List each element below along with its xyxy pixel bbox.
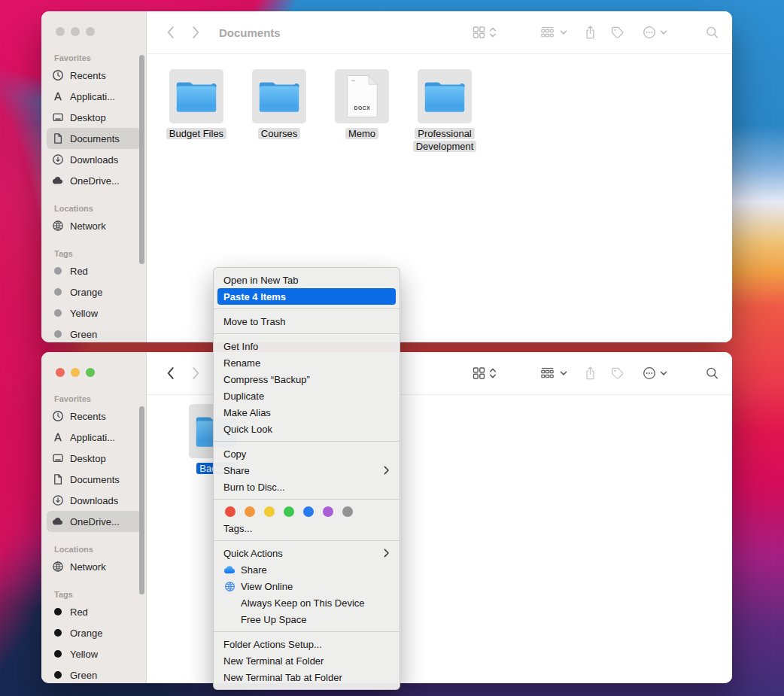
menu-item-make-alias[interactable]: Make Alias [214, 404, 400, 421]
menu-item-label: Folder Actions Setup... [223, 639, 390, 650]
file-memo[interactable]: DOCXMemo [329, 69, 395, 140]
minimize-button[interactable] [71, 368, 80, 377]
menu-item-copy[interactable]: Copy [214, 445, 400, 462]
menu-item-new-terminal-at-folder[interactable]: New Terminal at Folder [214, 652, 400, 669]
menu-item-open-in-new-tab[interactable]: Open in New Tab [214, 272, 400, 288]
menu-item-new-terminal-tab-at-folder[interactable]: New Terminal Tab at Folder [214, 669, 400, 685]
menu-item-quick-look[interactable]: Quick Look [214, 421, 400, 437]
back-button[interactable] [166, 367, 175, 380]
sort-chevrons-icon[interactable] [488, 26, 497, 39]
sidebar-item-green[interactable]: Green [47, 664, 141, 685]
cloud-icon [52, 515, 64, 527]
search-icon[interactable] [706, 367, 719, 380]
close-button[interactable] [56, 368, 65, 377]
file-label: Professional Development [412, 127, 478, 153]
sidebar-item-onedrive[interactable]: OneDrive... [47, 511, 141, 532]
menu-item-share[interactable]: Share [214, 462, 400, 479]
minimize-button[interactable] [71, 27, 80, 36]
group-by-icon[interactable] [540, 367, 555, 379]
sidebar-item-documents[interactable]: Documents [47, 128, 141, 149]
sidebar-item-red[interactable]: Red [47, 601, 141, 622]
share-icon[interactable] [585, 26, 596, 40]
sidebar-item-desktop[interactable]: Desktop [47, 107, 141, 128]
menu-item-share[interactable]: Share [214, 561, 400, 578]
sidebar-item-yellow[interactable]: Yellow [47, 643, 141, 664]
zoom-button[interactable] [86, 368, 95, 377]
menu-item-label: New Terminal Tab at Folder [223, 672, 390, 683]
sidebar-item-label: Applicati... [70, 432, 115, 443]
tag-color-dot[interactable] [284, 506, 294, 517]
tag-icon[interactable] [611, 367, 624, 380]
file-professional-development[interactable]: Professional Development [412, 69, 478, 153]
sidebar-item-orange[interactable]: Orange [47, 281, 141, 302]
window-controls [56, 27, 95, 36]
menu-item-paste-4-items[interactable]: Paste 4 Items [217, 288, 396, 305]
sidebar-item-orange[interactable]: Orange [47, 622, 141, 643]
more-icon[interactable] [643, 366, 656, 380]
tag-color-dot[interactable] [264, 506, 275, 517]
search-icon[interactable] [706, 26, 719, 39]
group-by-icon[interactable] [540, 26, 555, 38]
sidebar-item-downloads[interactable]: Downloads [47, 149, 141, 170]
file-courses[interactable]: Courses [246, 69, 312, 140]
forward-button[interactable] [192, 367, 200, 380]
zoom-button[interactable] [86, 27, 95, 36]
tag-color-dot[interactable] [342, 506, 353, 517]
menu-item-label: Quick Actions [223, 548, 384, 559]
menu-item-free-up-space[interactable]: Free Up Space [214, 611, 400, 628]
tag-color-dot[interactable] [323, 506, 333, 517]
sidebar-scrollbar[interactable] [139, 406, 144, 594]
sidebar-item-applicati[interactable]: Applicati... [47, 86, 141, 107]
menu-item-rename[interactable]: Rename [214, 354, 400, 371]
sidebar-section-header: Tags [41, 588, 146, 601]
tag-color-dot[interactable] [303, 506, 314, 517]
menu-item-quick-actions[interactable]: Quick Actions [214, 545, 400, 561]
sidebar-item-recents[interactable]: Recents [47, 406, 141, 427]
sidebar-item-yellow[interactable]: Yellow [47, 302, 141, 324]
sidebar-item-network[interactable]: Network [47, 556, 141, 577]
tag-dot [52, 648, 64, 660]
chevron-down-icon[interactable] [560, 370, 567, 376]
tag-icon[interactable] [611, 26, 624, 39]
sidebar-item-desktop[interactable]: Desktop [47, 448, 141, 469]
menu-item-label: Quick Look [223, 424, 390, 435]
menu-item-get-info[interactable]: Get Info [214, 338, 400, 354]
menu-item-tags[interactable]: Tags... [214, 520, 400, 536]
chevron-down-icon[interactable] [560, 29, 567, 35]
sidebar-item-red[interactable]: Red [47, 260, 141, 281]
menu-item-always-keep-on-this-device[interactable]: Always Keep on This Device [214, 594, 400, 611]
menu-item-compress-backup[interactable]: Compress “Backup” [214, 371, 400, 388]
forward-button[interactable] [192, 26, 200, 39]
sort-chevrons-icon[interactable] [488, 367, 497, 380]
window-controls[interactable] [56, 368, 95, 377]
sidebar-item-onedrive[interactable]: OneDrive... [47, 170, 141, 191]
menu-item-burn-to-disc[interactable]: Burn to Disc... [214, 479, 400, 495]
tag-color-dot[interactable] [225, 506, 236, 517]
menu-item-label: Duplicate [223, 391, 390, 402]
chevron-down-icon[interactable] [660, 29, 667, 35]
sidebar-item-label: Desktop [70, 453, 106, 464]
menu-item-move-to-trash[interactable]: Move to Trash [214, 313, 400, 330]
menu-item-view-online[interactable]: View Online [214, 578, 400, 594]
back-button[interactable] [166, 26, 175, 39]
sidebar-item-downloads[interactable]: Downloads [47, 490, 141, 511]
sidebar-item-applicati[interactable]: Applicati... [47, 427, 141, 448]
share-icon[interactable] [585, 366, 596, 381]
sidebar-item-label: OneDrive... [70, 175, 120, 187]
sidebar-scrollbar[interactable] [139, 55, 144, 264]
grid-view-icon[interactable] [473, 367, 485, 380]
chevron-down-icon[interactable] [660, 370, 667, 376]
sidebar-item-documents[interactable]: Documents [47, 469, 141, 490]
menu-item-folder-actions-setup[interactable]: Folder Actions Setup... [214, 636, 400, 652]
document-icon [52, 473, 64, 485]
file-budget-files[interactable]: Budget Files [163, 69, 229, 140]
file-label: Courses [246, 127, 312, 140]
more-icon[interactable] [643, 26, 656, 39]
menu-item-duplicate[interactable]: Duplicate [214, 388, 400, 404]
tag-color-dot[interactable] [245, 506, 255, 517]
grid-view-icon[interactable] [473, 26, 485, 39]
sidebar-item-green[interactable]: Green [47, 324, 141, 345]
close-button[interactable] [56, 27, 65, 36]
sidebar-item-network[interactable]: Network [47, 215, 141, 236]
sidebar-item-recents[interactable]: Recents [47, 65, 141, 86]
